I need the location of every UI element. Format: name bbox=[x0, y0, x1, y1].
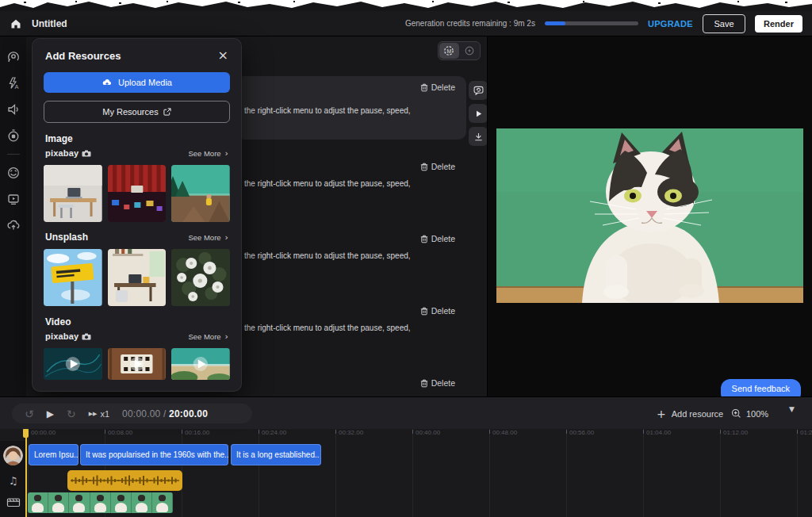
play-script-button[interactable] bbox=[469, 104, 487, 123]
ai-text-lightning-icon: A bbox=[6, 76, 21, 90]
see-more-images[interactable]: See More› bbox=[188, 148, 228, 159]
voice-tool[interactable] bbox=[0, 100, 26, 119]
svg-text:M: M bbox=[447, 48, 452, 54]
video-thumbnail-film-strip[interactable] bbox=[108, 348, 167, 380]
image-thumbnail-mountain-lake[interactable] bbox=[171, 165, 230, 222]
upload-media-button[interactable]: Upload Media bbox=[44, 72, 230, 93]
script-block[interactable]: Delete the right-click menu to adjust th… bbox=[236, 160, 466, 208]
ruler-tick bbox=[335, 430, 336, 434]
pixabay-source-row: pixabay See More› bbox=[45, 147, 228, 159]
timeline-options-caret-icon[interactable]: ▼ bbox=[789, 405, 795, 413]
undo-icon[interactable]: ↺ bbox=[25, 408, 34, 420]
script-block[interactable]: Delete the right-click menu to adjust th… bbox=[236, 232, 466, 280]
add-resource-button[interactable]: + Add resource bbox=[657, 404, 723, 423]
avatar-generator-tool[interactable] bbox=[0, 48, 26, 67]
avatar-face-tool[interactable] bbox=[0, 163, 26, 182]
redo-icon[interactable]: ↻ bbox=[67, 408, 76, 420]
audio-waveform bbox=[67, 470, 182, 491]
delete-script-button[interactable]: Delete bbox=[420, 306, 455, 316]
my-resources-button[interactable]: My Resources bbox=[44, 101, 230, 123]
smiling-face-icon bbox=[6, 166, 21, 180]
playhead[interactable] bbox=[25, 428, 27, 517]
home-icon[interactable] bbox=[10, 17, 22, 29]
chevron-right-icon: › bbox=[225, 331, 228, 342]
unsplash-thumbnails bbox=[44, 249, 230, 306]
credits-label: Generation credits remaining : 9m 2s bbox=[405, 19, 535, 28]
delete-script-button[interactable]: Delete bbox=[420, 378, 455, 388]
film-strip-video-still bbox=[108, 348, 167, 380]
timeline-gridline bbox=[259, 428, 259, 517]
script-text[interactable]: the right-click menu to adjust the pause… bbox=[244, 251, 411, 260]
panel-title: Add Resources bbox=[45, 50, 121, 62]
script-text[interactable]: the right-click menu to adjust the pause… bbox=[244, 106, 411, 115]
script-block-active[interactable]: Delete the right-click menu to adjust th… bbox=[236, 76, 466, 140]
unsplash-label: Unsplash bbox=[45, 232, 88, 243]
text-clip[interactable]: It was popularised in the 1960s with the… bbox=[80, 444, 228, 465]
speaker-icon bbox=[6, 102, 21, 117]
render-button[interactable]: Render bbox=[755, 15, 802, 33]
video-thumbnail-abstract[interactable] bbox=[44, 348, 102, 380]
clapperboard-icon bbox=[6, 496, 21, 507]
trash-icon bbox=[420, 163, 428, 171]
cloud-upload-icon bbox=[6, 218, 21, 232]
script-text[interactable]: the right-click menu to adjust the pause… bbox=[244, 324, 411, 332]
video-frame-thumb bbox=[48, 492, 69, 513]
regenerate-voice-button[interactable] bbox=[469, 81, 487, 100]
see-more-videos[interactable]: See More› bbox=[188, 331, 228, 342]
delete-script-button[interactable]: Delete bbox=[420, 162, 455, 171]
image-thumbnail-home-office[interactable] bbox=[108, 249, 167, 306]
script-mode-toggle: M bbox=[438, 41, 481, 60]
save-button[interactable]: Save bbox=[703, 14, 745, 33]
avatar-track-header[interactable] bbox=[3, 446, 23, 465]
audio-clip[interactable] bbox=[67, 470, 182, 491]
video-track-icon[interactable] bbox=[6, 496, 21, 511]
script-block[interactable]: Delete the right-click menu to adjust th… bbox=[236, 377, 466, 396]
text-clip[interactable]: It is a long established.. bbox=[231, 444, 321, 465]
add-resources-panel: Add Resources × Upload Media My Resource… bbox=[32, 38, 242, 392]
playback-speed[interactable]: ▶▶ x1 bbox=[89, 409, 109, 419]
plus-icon: + bbox=[657, 408, 666, 420]
script-actions bbox=[469, 81, 487, 146]
chevron-right-icon: › bbox=[225, 148, 228, 159]
video-frame-thumb bbox=[132, 492, 152, 513]
main-area: A bbox=[0, 36, 812, 396]
preview-video[interactable] bbox=[496, 128, 803, 303]
mode-toggle-left[interactable]: M bbox=[439, 43, 459, 59]
timeline-gridline bbox=[489, 428, 490, 517]
see-more-unsplash[interactable]: See More› bbox=[188, 232, 228, 243]
play-button[interactable]: ▶ bbox=[47, 408, 54, 419]
video-thumbnail-beach[interactable] bbox=[171, 348, 230, 380]
abstract-video-still bbox=[44, 348, 102, 380]
image-thumbnail-neon-street[interactable] bbox=[108, 165, 167, 222]
image-thumbnail-desk[interactable] bbox=[44, 165, 102, 222]
video-player-tool[interactable] bbox=[0, 190, 26, 209]
script-block[interactable]: Delete the right-click menu to adjust th… bbox=[236, 304, 466, 352]
audio-track-icon[interactable]: ♫ bbox=[9, 475, 18, 487]
timeline-zoom-control[interactable]: 100% bbox=[731, 404, 768, 423]
mode-toggle-right[interactable] bbox=[460, 43, 480, 59]
unsplash-source-row: Unsplash See More› bbox=[45, 231, 228, 243]
ruler-tick bbox=[797, 430, 798, 434]
delete-script-button[interactable]: Delete bbox=[420, 82, 455, 92]
image-thumbnail-billboard[interactable] bbox=[44, 249, 102, 306]
download-audio-button[interactable] bbox=[469, 127, 487, 146]
project-title[interactable]: Untitled bbox=[32, 18, 67, 29]
record-tool[interactable] bbox=[0, 126, 26, 145]
cloud-upload-tool[interactable] bbox=[0, 216, 26, 235]
text-clip[interactable]: Lorem Ipsu.. bbox=[29, 444, 79, 465]
upgrade-link[interactable]: UPGRADE bbox=[648, 19, 693, 29]
send-feedback-button[interactable]: Send feedback bbox=[721, 379, 801, 396]
ruler-tick bbox=[182, 430, 182, 434]
video-editor-app: Untitled Generation credits remaining : … bbox=[0, 0, 812, 517]
delete-script-button[interactable]: Delete bbox=[420, 234, 455, 243]
ruler-timestamp: 01:20.00 bbox=[800, 429, 812, 436]
video-clip-strip[interactable] bbox=[28, 492, 173, 513]
trash-icon bbox=[420, 83, 428, 92]
image-thumbnail-white-flowers[interactable] bbox=[171, 249, 230, 306]
playhead-handle[interactable] bbox=[23, 428, 29, 438]
billboard-photo bbox=[44, 249, 102, 306]
ai-text-tool[interactable]: A bbox=[0, 74, 26, 93]
video-frame-thumb bbox=[28, 492, 48, 513]
close-panel-icon[interactable]: × bbox=[218, 49, 228, 62]
script-text[interactable]: the right-click menu to adjust the pause… bbox=[244, 179, 411, 188]
